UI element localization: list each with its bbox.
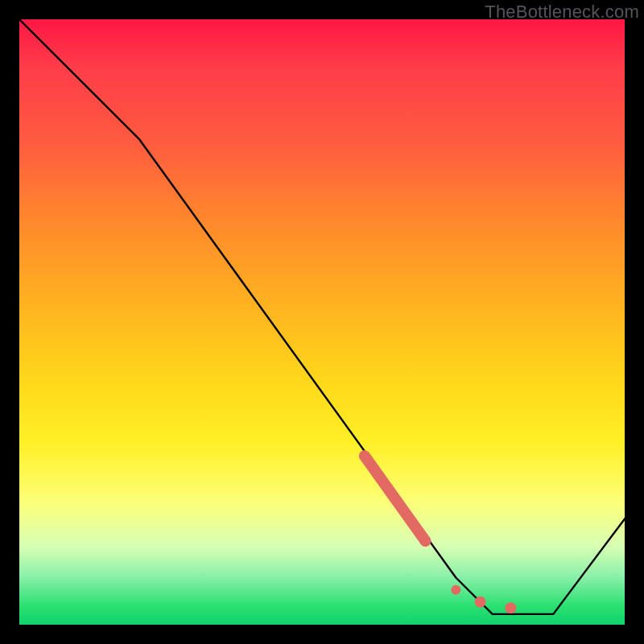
watermark-text: TheBottleneck.com (485, 2, 639, 23)
chart-frame: TheBottleneck.com (0, 0, 644, 644)
plot-area (18, 18, 626, 626)
